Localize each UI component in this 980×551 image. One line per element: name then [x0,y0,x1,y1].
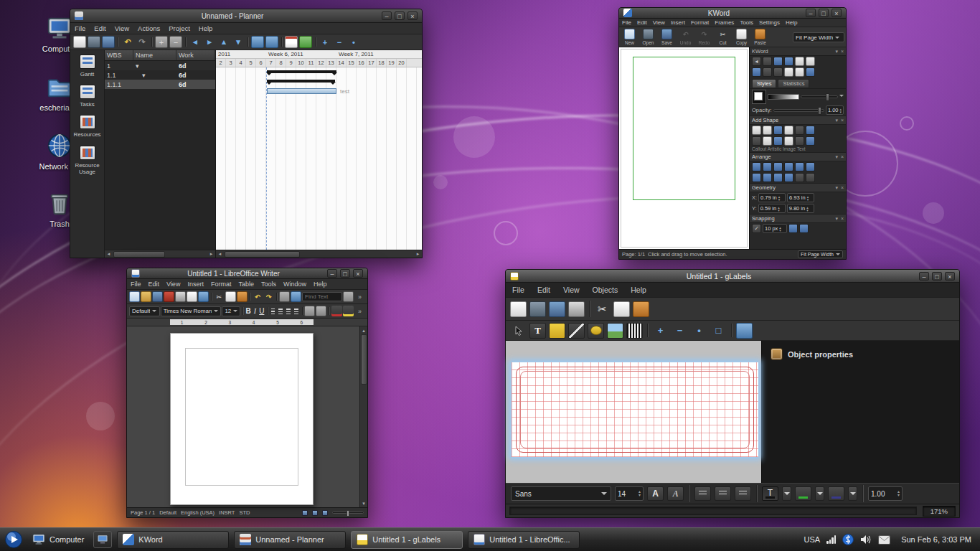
save-icon[interactable] [152,291,163,302]
menu-format[interactable]: Format [207,279,235,289]
font-color-button[interactable] [331,306,342,316]
new-icon[interactable] [73,36,86,48]
tab-statistics[interactable]: Statistics [778,79,809,88]
table-tool-icon[interactable] [784,67,793,77]
cut-icon[interactable]: ✂ [214,291,225,302]
paste-icon[interactable] [237,291,248,302]
image-shape-icon[interactable] [806,126,815,135]
menu-file[interactable]: File [70,23,90,34]
unindent-task-icon[interactable]: ◂ [189,36,202,48]
italic-button[interactable]: A [667,486,684,501]
align-right-icon[interactable] [773,162,783,171]
height-spinbox[interactable]: 9.80 in▴▾ [787,204,814,213]
ungroup-icon[interactable] [806,173,815,182]
minimize-button[interactable]: – [806,9,816,17]
taskbar-computer-button[interactable]: Computer [28,534,88,545]
slider-thumb[interactable] [347,510,349,517]
copy-button[interactable]: Copy [732,28,750,46]
pattern-tool-icon[interactable] [763,67,772,77]
line-shape-icon[interactable] [763,136,772,146]
width-spinbox[interactable]: 6.93 in▴▾ [787,193,814,202]
menu-objects[interactable]: Objects [586,283,625,297]
undo-icon[interactable]: ↶ [121,36,134,48]
menu-settings[interactable]: Settings [756,19,783,27]
image-tool-icon[interactable] [806,57,815,66]
close-button[interactable]: × [945,272,955,281]
fill-color-dropdown[interactable] [815,486,824,501]
dock-collapse-icon[interactable]: ▾ [835,49,838,55]
paragraph-style-combobox[interactable]: Default [129,306,160,316]
align-right-button[interactable] [735,486,751,501]
spellcheck-icon[interactable] [198,291,209,302]
taskbar-item-kword[interactable]: KWord [117,531,229,549]
paste-icon[interactable] [633,301,649,317]
snap-grid-icon[interactable] [788,224,798,233]
bold-button[interactable]: B [245,307,251,315]
zoom-1-1-icon[interactable]: • [691,323,707,339]
menu-edit[interactable]: Edit [634,19,650,27]
maximize-button[interactable]: □ [395,11,405,20]
highlight-color-button[interactable] [343,306,354,316]
align-left-icon[interactable] [752,162,761,171]
kword-titlebar[interactable]: KWord – □ × [619,8,846,19]
scroll-left-icon[interactable]: ◂ [216,251,224,257]
ellipse-tool-icon[interactable] [588,323,604,339]
zoom-fit-icon[interactable]: • [347,36,360,48]
scroll-left-icon[interactable]: ◂ [105,251,113,257]
align-center-button[interactable] [715,486,731,501]
tint-slider[interactable] [801,95,838,98]
print-icon[interactable] [175,291,186,302]
scroll-up-icon[interactable]: ▴ [362,326,365,334]
menu-insert[interactable]: Insert [668,19,688,27]
italic-button[interactable]: I [252,307,258,315]
formula-shape-icon[interactable] [806,136,815,146]
open-icon[interactable] [141,291,151,302]
y-position-spinbox[interactable]: 0.59 in▴▾ [758,204,786,213]
snap-guides-icon[interactable] [799,224,809,233]
align-left-button[interactable] [694,486,711,501]
snap-checkbox[interactable]: ✓ [752,224,761,233]
pen-tool-icon[interactable] [773,57,783,66]
arrow-shape-icon[interactable] [773,126,783,135]
scroll-right-icon[interactable]: ▸ [207,251,215,257]
sidebar-item-resource-usage[interactable]: Resource Usage [71,146,104,175]
glabels-canvas[interactable] [506,341,761,483]
text-color-button[interactable]: T [762,486,778,501]
slider-thumb[interactable] [818,107,821,115]
menu-help[interactable]: Help [783,19,800,27]
book-view-icon[interactable] [322,510,328,516]
zoom-in-icon[interactable]: + [319,36,331,48]
minimize-button[interactable]: – [382,11,392,20]
find-text-input[interactable] [302,292,342,301]
shape-tool-icon[interactable] [784,57,793,66]
page-style-indicator[interactable]: Default [159,509,176,516]
move-task-up-icon[interactable]: ▴ [217,36,230,48]
document-area[interactable] [127,326,359,507]
menu-view[interactable]: View [650,19,668,27]
close-button[interactable]: × [407,11,418,20]
kword-page[interactable] [621,49,748,248]
document-page[interactable] [170,333,314,505]
close-button[interactable]: × [831,9,842,17]
kword-text-frame[interactable] [633,57,735,200]
page-preview-icon[interactable] [187,291,197,302]
single-page-view-icon[interactable] [302,510,308,516]
expander-icon[interactable]: ▾ [133,72,176,79]
gantt-task-bar[interactable] [267,88,336,94]
open-icon[interactable] [88,36,100,48]
numbered-list-icon[interactable] [304,306,315,316]
align-bottom-icon[interactable] [806,162,815,171]
slider-thumb[interactable] [826,93,829,101]
clock[interactable]: Sun Feb 6, 3:03 PM [897,535,976,544]
task-table-header[interactable]: WBS Name Work [105,50,215,61]
line-color-button[interactable] [828,486,844,501]
kword-canvas[interactable] [619,47,750,249]
paste-button[interactable]: Paste [751,28,769,46]
minimize-button[interactable]: – [327,269,337,278]
fill-color-button[interactable] [795,486,811,501]
undo-button[interactable]: ↶Undo [677,28,694,46]
x-position-spinbox[interactable]: 0.79 in▴▾ [758,193,786,202]
taskbar-item-writer[interactable]: Untitled 1 - LibreOffic... [468,531,580,549]
bring-front-icon[interactable] [752,173,761,182]
insert-mode-indicator[interactable]: INSRT [219,509,235,516]
